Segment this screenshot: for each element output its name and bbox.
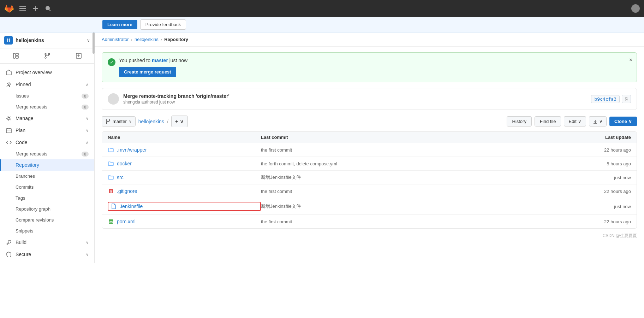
sidebar-item-code[interactable]: Code ∧ xyxy=(0,136,94,148)
file-name-gitignore[interactable]: g .gitignore xyxy=(108,188,261,194)
add-chevron-icon: ∨ xyxy=(180,118,184,125)
sidebar-scrollbar-thumb xyxy=(93,33,95,54)
add-file-button[interactable]: + ∨ xyxy=(171,116,188,127)
table-row: .mvn/wrapper the first commit 22 hours a… xyxy=(102,143,637,157)
commit-title: Merge remote-tracking branch 'origin/mas… xyxy=(123,93,587,99)
sidebar-item-project-overview[interactable]: Project overview xyxy=(0,66,94,78)
breadcrumb-administrator[interactable]: Administrator xyxy=(102,37,129,42)
svg-text:g: g xyxy=(110,189,112,193)
folder-icon xyxy=(108,160,114,167)
commit-info: Merge remote-tracking branch 'origin/mas… xyxy=(102,88,637,110)
sidebar-item-manage[interactable]: Manage ∨ xyxy=(0,112,94,124)
sidebar: H hellojenkins ∨ xyxy=(0,33,95,318)
build-icon xyxy=(6,239,12,246)
file-time: just now xyxy=(567,175,631,180)
find-file-button[interactable]: Find file xyxy=(535,116,561,126)
branch-icon xyxy=(106,119,111,124)
edit-dropdown[interactable]: Edit ∨ xyxy=(564,116,586,126)
merge-requests-badge: 0 xyxy=(82,105,89,110)
file-name-src[interactable]: src xyxy=(108,174,261,181)
nav-icon-edit[interactable] xyxy=(63,50,94,62)
copy-hash-button[interactable]: ⎘ xyxy=(622,95,631,103)
breadcrumb-hellojenkins[interactable]: hellojenkins xyxy=(135,37,159,42)
file-label: src xyxy=(117,175,124,180)
file-name-jenkinsfile[interactable]: Jenkinsfile xyxy=(108,202,261,211)
push-branch-link[interactable]: master xyxy=(152,58,168,63)
sidebar-chevron-icon[interactable]: ∨ xyxy=(87,38,90,43)
svg-rect-9 xyxy=(16,56,18,58)
sidebar-item-label: Pinned xyxy=(16,82,82,87)
sidebar-item-label: Snippets xyxy=(16,228,89,234)
sidebar-item-compare-revisions[interactable]: Compare revisions xyxy=(0,214,94,225)
file-commit: the forth commit, delete compose.yml xyxy=(261,161,567,166)
search-icon[interactable] xyxy=(44,4,52,13)
sidebar-item-issues[interactable]: Issues 0 xyxy=(0,90,94,101)
svg-rect-18 xyxy=(6,129,11,133)
download-dropdown[interactable]: ∨ xyxy=(589,116,607,126)
repo-path[interactable]: hellojenkins xyxy=(138,119,164,124)
chevron-down-icon: ∨ xyxy=(86,128,89,133)
svg-rect-4 xyxy=(33,8,38,9)
sidebar-item-merge-requests-code[interactable]: Merge requests 0 xyxy=(0,148,94,159)
sidebar-item-repository-graph[interactable]: Repository graph xyxy=(0,204,94,214)
learn-more-button[interactable]: Learn more xyxy=(102,20,137,29)
create-merge-request-button[interactable]: Create merge request xyxy=(119,67,176,77)
sidebar-item-label: Repository xyxy=(16,162,89,168)
sidebar-item-repository[interactable]: Repository xyxy=(0,159,94,171)
file-commit: 新增Jenkinsfile文件 xyxy=(261,203,567,210)
plus-icon[interactable] xyxy=(31,4,40,13)
commit-hash-value[interactable]: b9c4cfa3 xyxy=(591,95,620,103)
provide-feedback-button[interactable]: Provide feedback xyxy=(140,19,186,30)
file-time: 22 hours ago xyxy=(567,147,631,153)
user-avatar[interactable] xyxy=(631,4,640,13)
file-label: Jenkinsfile xyxy=(120,204,143,209)
svg-point-11 xyxy=(48,53,50,55)
sidebar-item-snippets[interactable]: Snippets xyxy=(0,225,94,236)
file-name-pomxml[interactable]: XML pom.xml xyxy=(108,218,261,225)
branch-selector[interactable]: master ∨ xyxy=(102,116,136,126)
nav-icon-sidebar[interactable] xyxy=(0,50,31,62)
file-label: docker xyxy=(117,161,132,166)
sidebar-project-name: hellojenkins xyxy=(16,37,84,43)
home-icon xyxy=(6,69,12,76)
file-time: just now xyxy=(567,204,631,209)
table-row: docker the forth commit, delete compose.… xyxy=(102,157,637,171)
sidebar-item-secure[interactable]: Secure ∨ xyxy=(0,248,94,260)
sidebar-item-tags[interactable]: Tags xyxy=(0,193,94,204)
commit-hash: b9c4cfa3 ⎘ xyxy=(591,95,631,103)
svg-point-19 xyxy=(106,119,107,120)
file-time: 22 hours ago xyxy=(567,189,631,194)
chevron-up-icon: ∧ xyxy=(86,140,89,145)
file-time: 22 hours ago xyxy=(567,219,631,224)
history-button[interactable]: History xyxy=(507,116,531,126)
file-name-docker[interactable]: docker xyxy=(108,160,261,167)
sidebar-item-label: Merge requests xyxy=(16,151,78,157)
svg-point-5 xyxy=(46,6,49,10)
sidebar-item-label: Compare revisions xyxy=(16,217,89,223)
sidebar-item-pinned[interactable]: Pinned ∧ xyxy=(0,78,94,90)
sidebar-toggle-icon[interactable] xyxy=(18,4,27,13)
close-notification-button[interactable]: × xyxy=(629,57,632,63)
breadcrumb-sep-1: › xyxy=(131,37,132,42)
sidebar-header: H hellojenkins ∨ xyxy=(0,33,94,48)
clone-button[interactable]: Clone ∨ xyxy=(609,117,637,126)
svg-point-10 xyxy=(45,53,46,55)
watermark: CSDN @生夏夏夏 xyxy=(95,229,644,243)
col-update: Last update xyxy=(567,135,631,140)
sidebar-item-build[interactable]: Build ∨ xyxy=(0,236,94,248)
sidebar-item-commits[interactable]: Commits xyxy=(0,182,94,193)
path-separator: / xyxy=(167,119,168,124)
sidebar-item-branches[interactable]: Branches xyxy=(0,171,94,182)
col-commit: Last commit xyxy=(261,135,567,140)
svg-point-20 xyxy=(109,119,110,120)
nav-icon-merge[interactable] xyxy=(31,50,63,62)
sidebar-item-label: Code xyxy=(16,140,82,145)
sidebar-item-merge-requests-pinned[interactable]: Merge requests 0 xyxy=(0,101,94,112)
sidebar-item-label: Tags xyxy=(16,195,89,201)
sidebar-scrollbar[interactable] xyxy=(93,33,95,318)
file-name-mvn[interactable]: .mvn/wrapper xyxy=(108,147,261,153)
sidebar-item-label: Merge requests xyxy=(16,104,78,110)
sidebar-item-plan[interactable]: Plan ∨ xyxy=(0,124,94,136)
commit-meta: shengxia authored just now xyxy=(123,100,587,105)
push-text-suffix: just now xyxy=(169,58,187,63)
